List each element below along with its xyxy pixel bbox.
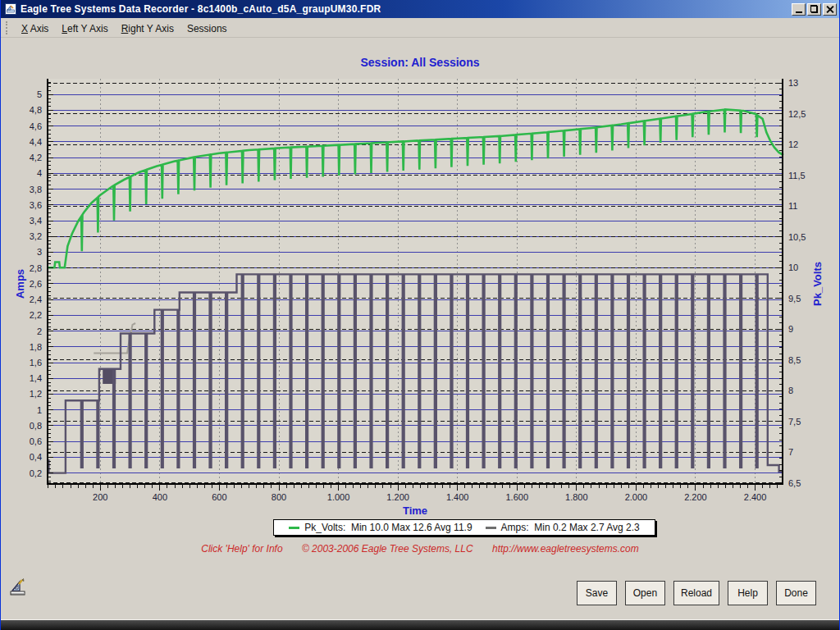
left-axis-title: Amps [14, 259, 27, 308]
x-tick-label: 800 [254, 491, 304, 503]
y-left-tick-label: 1,4 [1, 372, 42, 384]
menu-bar: X AxisLeft Y AxisRight Y AxisSessions [1, 18, 839, 38]
x-tick-label: 1.600 [492, 491, 541, 503]
y-right-tick-label: 12,5 [788, 108, 806, 120]
y-right-tick-label: 6,5 [788, 477, 801, 489]
website-link[interactable]: http://www.eagletreesystems.com [492, 543, 639, 555]
chart-area: 0,20,40,60,811,21,41,61,822,22,42,62,833… [1, 72, 839, 519]
y-left-tick-label: 3,2 [1, 231, 42, 242]
help-hint-text: Click 'Help' for Info [201, 543, 282, 555]
y-left-tick-label: 5 [1, 89, 42, 100]
graph-tool-icon [9, 578, 29, 597]
y-left-tick-label: 3,4 [1, 215, 42, 226]
x-tick-label: 400 [135, 491, 185, 503]
copyright-text: © 2003-2006 Eagle Tree Systems, LLC [302, 543, 473, 555]
y-left-tick-label: 1,6 [1, 357, 42, 368]
legend-item: Pk_Volts: Min 10.0 Max 12.6 Avg 11.9 [289, 522, 472, 533]
x-tick-label: 1.000 [314, 491, 363, 503]
open-button[interactable]: Open [625, 581, 665, 605]
window-title: Eagle Tree Systems Data Recorder - 8c140… [21, 3, 381, 15]
y-left-tick-label: 4,6 [1, 121, 42, 132]
y-left-tick-label: 4,4 [1, 136, 42, 148]
y-right-tick-label: 7 [788, 446, 793, 458]
y-right-tick-label: 8,5 [788, 354, 801, 366]
app-window: Eagle Tree Systems Data Recorder - 8c140… [0, 0, 840, 630]
footer-text: Click 'Help' for Info © 2003-2006 Eagle … [1, 543, 839, 555]
y-left-tick-label: 3,6 [1, 199, 42, 211]
x-tick-label: 2.400 [731, 491, 780, 503]
x-tick-label: 200 [75, 491, 125, 503]
y-left-tick-label: 0,4 [1, 451, 42, 463]
y-left-tick-label: 4,2 [1, 152, 42, 163]
x-tick-label: 1.200 [373, 491, 422, 503]
bottom-edge [1, 619, 839, 630]
y-right-tick-label: 9,5 [788, 293, 801, 304]
y-right-tick-label: 7,5 [788, 416, 801, 427]
reload-button[interactable]: Reload [673, 581, 719, 605]
y-left-tick-label: 4 [1, 167, 42, 179]
y-left-tick-label: 1,8 [1, 341, 42, 353]
x-tick-label: 2.200 [671, 491, 720, 503]
close-icon [826, 6, 833, 13]
y-left-tick-label: 0,6 [1, 436, 42, 447]
x-tick-label: 2.000 [611, 491, 660, 503]
app-icon [5, 3, 16, 15]
restore-icon [810, 6, 818, 12]
minimize-icon [796, 11, 802, 13]
done-button[interactable]: Done [776, 581, 816, 605]
legend-swatch [486, 527, 496, 529]
legend-label: Amps: Min 0.2 Max 2.7 Avg 2.3 [501, 522, 640, 533]
y-left-tick-label: 0,8 [1, 420, 42, 431]
x-tick-label: 600 [194, 491, 244, 503]
y-left-tick-label: 3 [1, 246, 42, 258]
close-button[interactable] [823, 3, 837, 16]
x-tick-label: 1.400 [433, 491, 482, 503]
right-axis-title: Pk_Volts [811, 251, 824, 317]
help-button[interactable]: Help [728, 581, 768, 605]
menu-item-x-axis[interactable]: X Axis [15, 21, 55, 37]
title-bar: Eagle Tree Systems Data Recorder - 8c140… [1, 0, 839, 18]
plot-canvas[interactable] [47, 79, 787, 493]
x-axis-title: Time [382, 504, 448, 517]
y-right-tick-label: 13 [788, 77, 798, 89]
legend: Pk_Volts: Min 10.0 Max 12.6 Avg 11.9Amps… [273, 519, 655, 536]
y-left-tick-label: 1,2 [1, 388, 42, 399]
y-left-tick-label: 4,8 [1, 104, 42, 116]
menu-grip-icon [6, 21, 10, 34]
legend-swatch [289, 527, 299, 529]
y-left-tick-label: 2,2 [1, 309, 42, 321]
y-left-tick-label: 2 [1, 326, 42, 337]
button-toolbar: SaveOpenReloadHelpDone [577, 581, 816, 605]
y-right-tick-label: 11 [788, 200, 797, 212]
menu-item-right-y-axis[interactable]: Right Y Axis [115, 21, 180, 37]
menu-item-left-y-axis[interactable]: Left Y Axis [55, 21, 114, 37]
save-button[interactable]: Save [577, 581, 617, 605]
y-right-tick-label: 12 [788, 139, 798, 150]
y-right-tick-label: 11,5 [788, 170, 806, 181]
y-left-tick-label: 0,2 [1, 468, 42, 479]
restore-button[interactable] [807, 3, 821, 16]
main-content: Session: All Sessions 0,20,40,60,811,21,… [1, 38, 839, 630]
chart-title: Session: All Sessions [1, 38, 839, 72]
y-right-tick-label: 8 [788, 385, 793, 396]
menu-item-sessions[interactable]: Sessions [180, 21, 234, 37]
y-right-tick-label: 9 [788, 323, 793, 335]
legend-label: Pk_Volts: Min 10.0 Max 12.6 Avg 11.9 [304, 522, 472, 533]
minimize-button[interactable] [792, 3, 806, 16]
x-tick-label: 1.800 [552, 491, 601, 503]
y-left-tick-label: 1 [1, 404, 42, 416]
y-right-tick-label: 10,5 [788, 231, 806, 243]
y-left-tick-label: 3,8 [1, 184, 42, 195]
legend-item: Amps: Min 0.2 Max 2.7 Avg 2.3 [486, 522, 640, 533]
y-right-tick-label: 10 [788, 262, 798, 273]
